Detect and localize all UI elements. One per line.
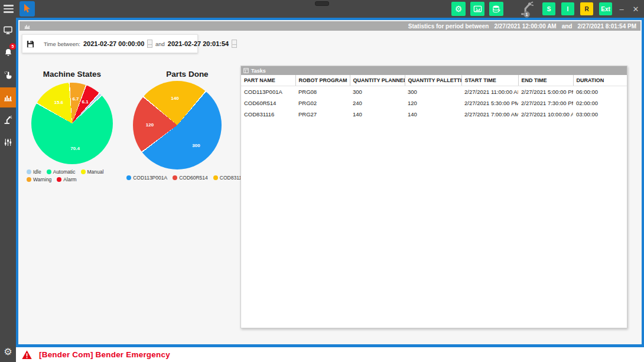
legend-item: Manual (81, 169, 104, 175)
table-cell: 2/27/2021 10:00:00 AM (518, 109, 573, 120)
table-icon (243, 68, 249, 73)
table-cell: 140 (350, 109, 405, 120)
tasks-column-header: QUANTITY PLANNED (350, 75, 405, 86)
save-button[interactable] (26, 40, 35, 48)
tasks-column-header: START TIME (461, 75, 518, 86)
settings-button[interactable]: ⚙ (451, 2, 466, 16)
time-to-picker-button[interactable]: ... (232, 40, 237, 48)
time-to-field[interactable]: 2021-02-27 20:01:54 (168, 40, 229, 47)
app-logo (19, 1, 35, 17)
legend-swatch (57, 177, 61, 182)
stats-period-prefix: Statistics for period between (408, 23, 489, 30)
screen-button[interactable] (470, 2, 484, 16)
table-cell: 2/27/2021 5:30:00 PM (461, 97, 518, 109)
parts-done-chart: Parts Done 140300120 COD113P001ACOD60R51… (128, 70, 246, 206)
legend-item: Warning (27, 177, 51, 182)
gear-icon: ⚙ (4, 347, 12, 357)
time-from-field[interactable]: 2021-02-27 00:00:00 (83, 40, 144, 47)
legend-item: Alarm (57, 177, 76, 182)
table-cell: PRG02 (295, 97, 350, 109)
legend-swatch (81, 169, 86, 174)
sidebar-item-configuration[interactable]: ⚙ (0, 344, 16, 360)
chart-title: Parts Done (128, 70, 246, 79)
parts-done-pie[interactable]: 140300120 (133, 81, 222, 169)
titlebar: ⚙ 1 SIRExt – (0, 0, 644, 18)
robot-status-indicator[interactable]: 1 (519, 1, 536, 17)
sidebar-item-manual-control[interactable] (0, 65, 16, 85)
menu-button[interactable] (4, 5, 14, 13)
machine-states-pie[interactable]: 6.76.170.415.6 (31, 83, 113, 164)
stats-period-and: and (562, 23, 573, 30)
screen-icon (473, 5, 482, 14)
sidebar-item-monitor[interactable] (0, 20, 16, 40)
status-button-s[interactable]: S (542, 2, 555, 15)
legend-swatch (47, 169, 51, 174)
legend-item: COD113P001A (126, 175, 167, 181)
monitor-icon (3, 25, 13, 35)
robot-arm-icon (3, 115, 13, 125)
table-row[interactable]: COD831116PRG271401402/27/2021 7:00:00 AM… (241, 109, 627, 120)
pie-slice-label: 6.7 (72, 96, 79, 101)
tasks-title: Tasks (251, 68, 266, 74)
sliders-icon (4, 138, 12, 147)
table-cell: 03:00:00 (573, 109, 627, 120)
table-row[interactable]: COD60R514PRG022401202/27/2021 5:30:00 PM… (241, 97, 627, 109)
machine-states-chart: Machine States 6.76.170.415.6 IdleAutoma… (18, 70, 126, 206)
pie-slice-label: 15.6 (54, 99, 63, 105)
sidebar-item-statistics[interactable] (0, 87, 16, 107)
table-cell: 2/27/2021 7:30:00 PM (518, 97, 573, 109)
tasks-column-header: PART NAME (241, 75, 295, 86)
database-edit-button[interactable] (489, 2, 503, 16)
sidebar-item-parameters[interactable] (0, 132, 16, 152)
table-cell: 02:00:00 (573, 97, 627, 109)
parts-done-legend: COD113P001ACOD60R514COD831116 (125, 175, 249, 181)
sidebar-item-robot[interactable] (0, 110, 16, 130)
window-drag-handle[interactable] (315, 1, 329, 6)
stats-period-to: 2/27/2021 8:01:54 PM (577, 23, 636, 30)
alarm-count-badge: 5 (9, 43, 16, 50)
table-cell: 240 (350, 97, 405, 109)
status-button-ext[interactable]: Ext (599, 2, 612, 15)
time-from-picker-button[interactable]: ... (147, 40, 152, 48)
minimize-icon[interactable]: – (617, 5, 626, 14)
table-cell: PRG27 (295, 109, 350, 120)
table-cell: 120 (405, 97, 461, 109)
tasks-table: PART NAMEROBOT PROGRAMQUANTITY PLANNEDQU… (241, 75, 627, 120)
legend-swatch (126, 175, 131, 180)
pie-slice-label: 140 (171, 95, 178, 100)
tasks-column-header: DURATION (573, 75, 627, 86)
status-button-i[interactable]: I (561, 2, 574, 15)
legend-swatch (27, 177, 31, 182)
table-cell: 300 (405, 86, 461, 98)
table-row[interactable]: COD113P001APRG083003002/27/2021 11:00:00… (241, 86, 627, 98)
statistics-page: Statistics for period between 2/27/2021 … (18, 20, 642, 344)
table-cell: COD113P001A (241, 86, 295, 98)
table-cell: 300 (350, 86, 405, 98)
machine-states-legend: IdleAutomaticManualWarningAlarm (27, 169, 125, 182)
chart-title: Machine States (18, 70, 126, 79)
bar-chart-icon (24, 23, 31, 30)
tasks-panel-header: Tasks (241, 66, 627, 75)
table-cell: 2/27/2021 5:00:00 PM (518, 86, 573, 98)
database-edit-icon (492, 5, 501, 14)
legend-swatch (173, 175, 177, 180)
status-button-r[interactable]: R (580, 2, 593, 15)
legend-item: Idle (27, 169, 41, 175)
robot-status-badge: 1 (523, 11, 530, 18)
table-cell: COD60R514 (241, 97, 295, 109)
statusbar: [Bender Com] Bender Emergency (16, 347, 644, 362)
sidebar-item-alarms[interactable]: 5 (0, 43, 16, 63)
close-icon[interactable]: ✕ (631, 5, 640, 14)
statistics-header-bar: Statistics for period between 2/27/2021 … (19, 21, 640, 31)
legend-swatch (213, 175, 218, 180)
table-cell: 2/27/2021 11:00:00 AM (461, 86, 518, 98)
pie-slice-label: 70.4 (70, 146, 80, 151)
app-logo-icon (19, 1, 35, 17)
tasks-column-header: END TIME (518, 75, 573, 86)
pie-slice-label: 120 (146, 122, 154, 127)
sidebar: 5 ⚙ (0, 18, 16, 362)
legend-item: Automatic (47, 169, 76, 175)
tasks-panel: Tasks PART NAMEROBOT PROGRAMQUANTITY PLA… (240, 66, 627, 328)
warning-triangle-icon (21, 350, 32, 360)
tasks-table-header-row: PART NAMEROBOT PROGRAMQUANTITY PLANNEDQU… (241, 75, 627, 86)
